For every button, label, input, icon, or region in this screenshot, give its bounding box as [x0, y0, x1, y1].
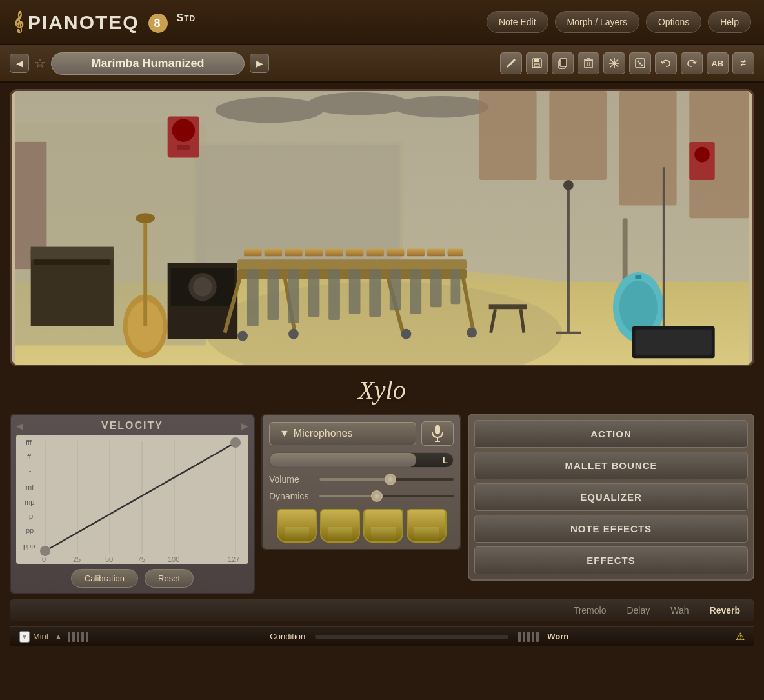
velocity-next-button[interactable]: ▶ — [241, 421, 248, 431]
svg-rect-33 — [196, 145, 400, 266]
studio-scene — [12, 91, 752, 365]
top-right-buttons: Note Edit Morph / Layers Options Help — [487, 11, 751, 33]
favorite-button[interactable]: ☆ — [34, 55, 46, 71]
toolbar-redo-icon[interactable] — [681, 52, 703, 74]
effects-button[interactable]: EFFECTS — [474, 546, 748, 574]
note-edit-button[interactable]: Note Edit — [487, 11, 548, 33]
velocity-svg: fff ff f mf mp p pp ppp 0 25 50 75 100 1… — [16, 435, 248, 564]
condition-markers — [68, 632, 261, 642]
main-area: Xylo ◀ VELOCITY ▶ — [0, 83, 764, 652]
preset-prev-button[interactable]: ◀ — [10, 54, 29, 73]
svg-point-85 — [563, 180, 574, 190]
volume-slider[interactable] — [319, 478, 454, 481]
svg-rect-70 — [349, 269, 361, 314]
svg-text:127: 127 — [228, 555, 239, 563]
svg-rect-62 — [407, 249, 425, 257]
toolbar-copy-icon[interactable] — [552, 52, 574, 74]
svg-rect-89 — [635, 275, 641, 279]
reset-button[interactable]: Reset — [145, 569, 194, 588]
svg-rect-58 — [325, 249, 343, 257]
svg-text:mp: mp — [25, 498, 34, 506]
svg-point-79 — [467, 328, 477, 338]
svg-point-47 — [193, 277, 212, 297]
controls-row: ◀ VELOCITY ▶ — [10, 414, 754, 594]
action-button[interactable]: ACTION — [474, 420, 748, 448]
svg-rect-63 — [427, 249, 445, 257]
svg-rect-73 — [410, 269, 421, 314]
condition-down-arrow[interactable]: ▼ — [19, 631, 30, 643]
options-button[interactable]: Options — [646, 11, 701, 33]
mic-lr-slider[interactable]: L — [269, 452, 454, 468]
svg-rect-38 — [31, 247, 114, 260]
tremolo-button[interactable]: Tremolo — [566, 603, 614, 618]
velocity-prev-button[interactable]: ◀ — [16, 421, 23, 431]
toolbar-ab-icon[interactable]: AB — [707, 52, 729, 74]
microphones-dropdown[interactable]: ▼ Microphones — [269, 422, 416, 445]
warning-icon: ⚠ — [736, 630, 745, 643]
preset-name-container: Marimba Humanized — [51, 52, 245, 75]
help-button[interactable]: Help — [708, 11, 751, 33]
pedal-1[interactable] — [277, 509, 317, 543]
svg-text:fff: fff — [26, 439, 32, 446]
wah-button[interactable]: Wah — [663, 603, 696, 618]
microphones-label: Microphones — [294, 428, 353, 439]
toolbar-delete-icon[interactable] — [578, 52, 599, 74]
svg-rect-67 — [288, 269, 299, 323]
dynamics-slider[interactable] — [319, 495, 454, 497]
condition-track[interactable] — [315, 635, 508, 639]
mallet-bounce-button[interactable]: MALLET BOUNCE — [474, 452, 748, 479]
svg-rect-56 — [285, 249, 303, 257]
svg-rect-4 — [560, 59, 567, 66]
mint-label: Mint — [33, 632, 49, 641]
toolbar-compare-icon[interactable]: ≠ — [732, 52, 754, 74]
microphone-icon-button[interactable] — [421, 421, 454, 446]
preset-nav: ◀ ☆ Marimba Humanized ▶ — [10, 52, 269, 75]
svg-point-88 — [619, 281, 658, 334]
svg-rect-120 — [435, 425, 440, 434]
svg-rect-69 — [328, 269, 340, 320]
logo-text: PIANOTEQ 8 STD — [28, 10, 196, 34]
pedal-2[interactable] — [320, 509, 360, 543]
reverb-button[interactable]: Reverb — [702, 603, 748, 618]
toolbar-edit-icon[interactable] — [500, 52, 522, 74]
preset-name: Marimba Humanized — [91, 57, 204, 70]
pedal-3[interactable] — [363, 509, 403, 543]
dynamics-slider-container: Dynamics — [269, 491, 454, 501]
lr-indicator: L — [443, 455, 448, 465]
svg-rect-36 — [177, 145, 190, 150]
velocity-title: VELOCITY — [23, 420, 241, 432]
note-effects-button[interactable]: NOTE EFFECTS — [474, 515, 748, 543]
svg-point-78 — [401, 329, 412, 339]
toolbar-freeze-icon[interactable] — [603, 52, 625, 74]
svg-rect-52 — [237, 259, 467, 269]
dynamics-label: Dynamics — [269, 491, 314, 501]
velocity-header: ◀ VELOCITY ▶ — [16, 420, 248, 432]
morph-layers-button[interactable]: Morph / Layers — [555, 11, 639, 33]
toolbar-save-icon[interactable] — [526, 52, 548, 74]
pedal-4[interactable] — [407, 509, 447, 543]
svg-point-35 — [172, 119, 195, 141]
svg-rect-93 — [635, 330, 711, 355]
toolbar-undo-icon[interactable] — [655, 52, 677, 74]
svg-rect-71 — [369, 269, 381, 317]
preset-next-button[interactable]: ▶ — [250, 54, 269, 73]
delay-button[interactable]: Delay — [619, 603, 658, 618]
svg-rect-66 — [268, 269, 279, 320]
equalizer-button[interactable]: EQUALIZER — [474, 483, 748, 511]
calibration-button[interactable]: Calibration — [71, 569, 138, 588]
toolbar-icons: AB ≠ — [500, 52, 754, 74]
svg-rect-57 — [305, 249, 323, 257]
svg-text:75: 75 — [137, 555, 145, 563]
velocity-buttons: Calibration Reset — [16, 569, 248, 588]
toolbar-random-icon[interactable] — [629, 52, 651, 74]
action-panel: ACTION MALLET BOUNCE EQUALIZER NOTE EFFE… — [468, 414, 754, 581]
svg-rect-61 — [387, 249, 405, 257]
volume-slider-container: Volume — [269, 474, 454, 485]
svg-rect-28 — [549, 91, 607, 180]
velocity-chart: fff ff f mf mp p pp ppp 0 25 50 75 100 1… — [16, 435, 248, 564]
logo-icon: 𝄞 — [13, 12, 23, 33]
svg-rect-27 — [479, 91, 537, 180]
condition-bar: ▼ Mint ▲ Condition Worn ⚠ — [10, 626, 754, 646]
svg-rect-60 — [366, 249, 384, 257]
svg-point-26 — [394, 96, 489, 118]
